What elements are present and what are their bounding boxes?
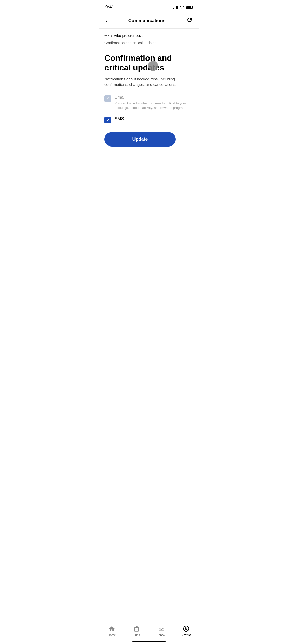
email-label: Email xyxy=(115,95,194,100)
wifi-icon xyxy=(180,5,184,9)
section-subtitle: Confirmation and critical updates xyxy=(99,40,199,49)
gray-dot-overlay xyxy=(148,61,158,71)
sms-checkbox-content: SMS xyxy=(115,116,194,122)
refresh-button[interactable] xyxy=(185,16,194,25)
email-checkbox-content: Email You can't unsubscribe from emails … xyxy=(115,95,194,110)
status-icons xyxy=(173,5,193,9)
breadcrumb-link[interactable]: Vrbo preferences xyxy=(114,34,141,38)
breadcrumb-chevron-2: › xyxy=(142,34,144,38)
sms-checkbox-item: ✓ SMS xyxy=(104,116,194,123)
email-checkmark: ✓ xyxy=(106,97,110,100)
nav-header: ‹ Communications xyxy=(99,13,199,29)
status-bar: 9:41 xyxy=(99,0,199,13)
page-title: Confirmation and critical updates xyxy=(104,53,194,73)
email-checkbox-wrapper[interactable]: ✓ xyxy=(104,95,111,102)
sms-checkbox-wrapper[interactable]: ✓ xyxy=(104,117,111,123)
battery-icon xyxy=(186,6,193,9)
page-description: Notifications about booked trips, includ… xyxy=(104,76,194,88)
main-content: Confirmation and critical updates Notifi… xyxy=(99,49,199,151)
back-button[interactable]: ‹ xyxy=(104,16,108,25)
breadcrumb-dots: ••• xyxy=(104,33,110,38)
email-checkbox[interactable]: ✓ xyxy=(104,95,111,102)
sms-label: SMS xyxy=(115,116,194,121)
email-sublabel: You can't unsubscribe from emails critic… xyxy=(115,101,194,110)
page-header-title: Communications xyxy=(128,18,166,23)
sms-checkbox[interactable]: ✓ xyxy=(104,117,111,123)
sms-checkmark: ✓ xyxy=(106,118,110,122)
breadcrumb: ••• › Vrbo preferences › xyxy=(99,29,199,40)
email-checkbox-item: ✓ Email You can't unsubscribe from email… xyxy=(104,95,194,110)
update-button[interactable]: Update xyxy=(104,132,176,147)
status-time: 9:41 xyxy=(105,5,114,10)
breadcrumb-chevron-1: › xyxy=(111,34,112,38)
signal-icon xyxy=(173,5,178,9)
